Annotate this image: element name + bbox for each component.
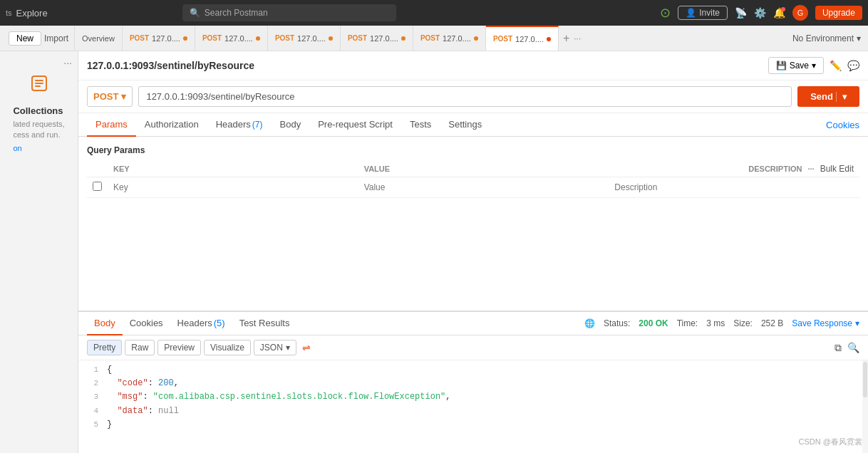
invite-button[interactable]: 👤 Invite: [678, 6, 728, 20]
comment-icon-button[interactable]: 💬: [847, 60, 859, 71]
new-button[interactable]: New: [9, 31, 41, 46]
resp-tab-headers[interactable]: Headers(5): [170, 312, 232, 335]
row-checkbox[interactable]: [93, 182, 102, 191]
code-key-msg: "msg": [117, 392, 143, 402]
sidebar-more-button[interactable]: ···: [63, 57, 72, 68]
line-content-4: "data": null: [107, 405, 868, 418]
line-number-2: 2: [78, 377, 107, 390]
tab-headers[interactable]: Headers(7): [207, 113, 272, 137]
method-badge-active: POST: [493, 35, 512, 43]
code-line-4: 4 "data": null: [78, 405, 868, 418]
desc-header-label: DESCRIPTION: [748, 165, 802, 173]
format-raw-button[interactable]: Raw: [125, 340, 155, 355]
resp-headers-label: Headers: [177, 318, 212, 328]
nav-ts-label: ts: [6, 9, 12, 17]
avatar[interactable]: G: [792, 5, 808, 21]
copy-icon-button[interactable]: ⧉: [835, 342, 842, 354]
tab-post-active[interactable]: POST 127.0....: [486, 26, 559, 51]
resp-tab-body[interactable]: Body: [87, 312, 123, 335]
collections-link[interactable]: on: [13, 144, 64, 152]
runner-icon: ⊙: [660, 5, 671, 21]
line-content-2: "code": 200,: [107, 377, 868, 390]
search-icon: 🔍: [190, 8, 200, 18]
value-input[interactable]: [364, 182, 604, 192]
method-badge-1: POST: [130, 34, 149, 42]
tab-overview[interactable]: Overview: [75, 26, 123, 51]
send-button[interactable]: Send ▾: [797, 86, 859, 107]
table-check-header: [87, 161, 108, 177]
url-input[interactable]: [138, 86, 792, 107]
settings-icon-btn[interactable]: ⚙️: [754, 7, 766, 19]
overview-tab-label: Overview: [82, 34, 115, 43]
format-preview-button[interactable]: Preview: [157, 340, 201, 355]
search-bar[interactable]: 🔍 Search Postman: [182, 4, 396, 21]
collections-desc: lated requests, cess and run.: [13, 119, 64, 141]
tab-post-3[interactable]: POST 127.0....: [268, 26, 341, 51]
row-checkbox-cell[interactable]: [87, 177, 108, 198]
tab-dot-5: [474, 36, 478, 41]
tab-url-3: 127.0....: [297, 34, 326, 43]
code-val-msg: "com.alibaba.csp.sentinel.slots.block.fl…: [153, 392, 445, 402]
top-navigation: ts Explore 🔍 Search Postman ⊙ 👤 Invite 📡…: [0, 0, 868, 26]
table-desc-header: DESCRIPTION ··· Bulk Edit: [609, 161, 859, 177]
save-response-button[interactable]: Save Response ▾: [792, 318, 859, 328]
url-actions: 💾 Save ▾ ✏️ 💬: [768, 57, 859, 74]
format-pretty-button[interactable]: Pretty: [87, 340, 122, 355]
tab-post-4[interactable]: POST 127.0....: [341, 26, 413, 51]
resp-tab-cookies[interactable]: Cookies: [123, 312, 170, 335]
request-title: 127.0.0.1:9093/sentinel/byResource: [87, 60, 254, 71]
code-line-5: 5 }: [78, 418, 868, 432]
user-icon: 👤: [686, 8, 696, 18]
import-button[interactable]: Import: [44, 33, 68, 43]
search-response-button[interactable]: 🔍: [847, 342, 859, 354]
row-desc-cell[interactable]: [609, 177, 859, 198]
save-icon: 💾: [776, 61, 787, 71]
edit-icon-button[interactable]: ✏️: [830, 60, 842, 71]
environment-selector[interactable]: No Environment ▾: [785, 33, 868, 43]
send-chevron-icon: ▾: [836, 92, 847, 102]
key-input[interactable]: [113, 182, 353, 192]
status-label: Status:: [604, 318, 630, 328]
format-visualize-button[interactable]: Visualize: [204, 340, 251, 355]
main-layout: ··· Collections lated requests, cess and…: [0, 51, 868, 453]
tab-tests[interactable]: Tests: [401, 113, 440, 137]
tab-body[interactable]: Body: [272, 113, 310, 137]
collections-title: Collections: [13, 105, 64, 116]
tab-params[interactable]: Params: [87, 113, 136, 137]
nav-right: ⊙ 👤 Invite 📡 ⚙️ 🔔 G Upgrade: [660, 5, 862, 21]
wifi-icon-btn[interactable]: 📡: [735, 7, 747, 19]
tab-post-2[interactable]: POST 127.0....: [195, 26, 268, 51]
add-tab-button[interactable]: +: [559, 32, 574, 45]
notifications-icon-btn[interactable]: 🔔: [773, 7, 785, 19]
new-import-section: New Import: [3, 26, 75, 51]
row-key-cell[interactable]: [108, 177, 358, 198]
json-format-selector[interactable]: JSON ▾: [254, 340, 296, 355]
tab-more-button[interactable]: ···: [574, 33, 581, 43]
tab-post-5[interactable]: POST 127.0....: [413, 26, 486, 51]
bulk-edit-button[interactable]: Bulk Edit: [820, 164, 854, 174]
code-line-3: 3 "msg": "com.alibaba.csp.sentinel.slots…: [78, 390, 868, 404]
tab-post-1[interactable]: POST 127.0....: [123, 26, 195, 51]
explore-button[interactable]: Explore: [16, 8, 48, 19]
save-response-label: Save Response: [792, 318, 852, 328]
code-key-code: "code": [117, 378, 148, 388]
save-button[interactable]: 💾 Save ▾: [768, 57, 824, 74]
upgrade-button[interactable]: Upgrade: [815, 6, 862, 20]
table-row: [87, 177, 859, 198]
tab-authorization[interactable]: Authorization: [136, 113, 207, 137]
scrollbar[interactable]: [862, 360, 868, 453]
tab-url-1: 127.0....: [152, 34, 180, 43]
row-value-cell[interactable]: [358, 177, 609, 198]
code-line-2: 2 "code": 200,: [78, 377, 868, 390]
tab-pre-request[interactable]: Pre-request Script: [309, 113, 401, 137]
cookies-link[interactable]: Cookies: [826, 120, 859, 130]
resp-tab-test-results[interactable]: Test Results: [232, 312, 297, 335]
line-number-4: 4: [78, 405, 107, 418]
method-selector[interactable]: POST ▾: [87, 86, 133, 107]
response-section: Body Cookies Headers(5) Test Results 🌐 S…: [78, 311, 868, 453]
sidebar-icon-collection[interactable]: [31, 76, 47, 91]
code-line-1: 1 {: [78, 363, 868, 377]
tab-settings[interactable]: Settings: [440, 113, 490, 137]
wrap-icon[interactable]: ⇌: [302, 342, 311, 353]
description-input[interactable]: [614, 182, 854, 192]
